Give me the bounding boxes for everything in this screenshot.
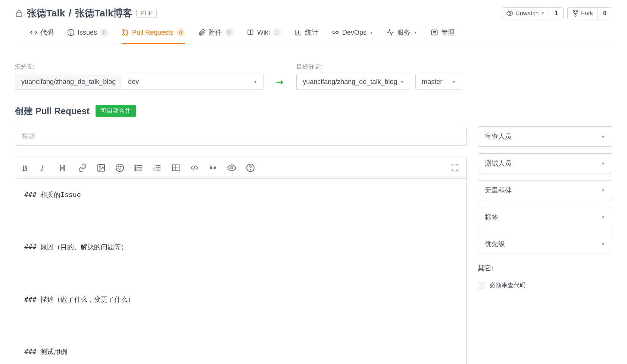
repo-owner[interactable]: 张德Talk <box>27 7 65 20</box>
attachment-icon <box>198 29 206 36</box>
reviewers-select[interactable]: 审查人员 ▼ <box>478 126 612 147</box>
eye-icon <box>506 10 513 17</box>
svg-point-18 <box>118 166 119 167</box>
merge-status-badge: 可自动合并 <box>96 105 136 117</box>
caret-down-icon: ▼ <box>601 215 605 219</box>
lock-icon <box>15 9 23 18</box>
repo-title: 张德Talk / 张德Talk博客 PHP <box>15 7 157 20</box>
tab-stats[interactable]: 统计 <box>294 28 318 44</box>
codeblock-icon[interactable] <box>190 163 199 172</box>
arrow-right-icon <box>275 77 285 88</box>
fork-icon <box>572 10 579 17</box>
ul-list-icon[interactable] <box>134 163 143 172</box>
svg-point-36 <box>231 167 233 169</box>
unwatch-button[interactable]: Unwatch ▼ 1 <box>502 7 564 19</box>
svg-line-35 <box>194 165 195 170</box>
caret-down-icon: ▼ <box>601 161 605 166</box>
svg-point-19 <box>121 166 121 167</box>
tab-pull-requests[interactable]: Pull Requests 0 <box>122 28 185 44</box>
source-branch-col: 源分支: yuancifang/zhang_de_talk_blog dev ▼ <box>15 63 263 90</box>
pulse-icon <box>387 29 394 36</box>
emoji-icon[interactable] <box>115 163 124 172</box>
settings-icon <box>431 29 438 36</box>
pr-title-input[interactable] <box>15 127 467 146</box>
testers-select[interactable]: 测试人员 ▼ <box>478 153 612 173</box>
chart-icon <box>294 29 302 36</box>
bold-icon[interactable]: B <box>22 163 31 172</box>
svg-point-8 <box>123 29 124 31</box>
svg-point-3 <box>577 10 578 12</box>
caret-down-icon: ▼ <box>414 31 417 35</box>
infinity-icon <box>332 29 339 36</box>
svg-point-10 <box>127 34 128 35</box>
description-textarea[interactable]: ### 相关的Issue ### 原因（目的、解决的问题等） ### 描述（做了… <box>15 179 466 364</box>
target-branch-dropdown[interactable]: master ▼ <box>415 74 462 90</box>
svg-point-7 <box>71 34 71 34</box>
svg-point-25 <box>135 170 136 171</box>
target-repo-dropdown[interactable]: yuancifang/zhang_de_talk_blog ▼ <box>296 74 410 90</box>
milestone-select[interactable]: 无里程碑 ▼ <box>478 180 612 200</box>
svg-point-38 <box>250 169 251 170</box>
caret-down-icon: ▼ <box>541 11 545 15</box>
svg-rect-0 <box>16 13 22 16</box>
caret-down-icon: ▼ <box>452 80 456 84</box>
must-review-row[interactable]: 必须审查代码 <box>478 282 612 289</box>
image-icon[interactable] <box>97 163 106 172</box>
must-review-label: 必须审查代码 <box>490 282 525 289</box>
language-badge: PHP <box>136 9 157 18</box>
pr-icon <box>122 29 129 36</box>
caret-down-icon: ▼ <box>601 242 605 246</box>
target-branch-label: 目标分支: <box>296 63 462 71</box>
other-section-title: 其它: <box>478 264 612 273</box>
issue-icon <box>67 29 75 36</box>
preview-icon[interactable] <box>227 163 236 172</box>
table-icon[interactable] <box>171 163 180 172</box>
italic-icon[interactable]: I <box>41 163 50 172</box>
caret-down-icon: ▼ <box>369 31 373 35</box>
description-editor: B I H 123 ### 相关的Issue ### 原因（ <box>15 157 467 364</box>
svg-point-17 <box>116 164 124 172</box>
fork-count[interactable]: 0 <box>598 8 612 19</box>
quote-icon[interactable] <box>209 163 218 172</box>
tab-issues[interactable]: Issues 0 <box>67 28 108 44</box>
source-repo-name: yuancifang/zhang_de_talk_blog <box>15 74 122 90</box>
must-review-checkbox[interactable] <box>478 282 485 289</box>
watch-count[interactable]: 1 <box>549 8 563 19</box>
target-branch-col: 目标分支: yuancifang/zhang_de_talk_blog ▼ ma… <box>296 63 462 90</box>
tab-wiki[interactable]: Wiki 0 <box>247 28 281 44</box>
svg-point-16 <box>99 166 100 167</box>
tab-code[interactable]: 代码 <box>30 28 54 44</box>
source-branch-label: 源分支: <box>15 63 263 71</box>
svg-point-2 <box>573 10 575 12</box>
tab-manage[interactable]: 管理 <box>431 28 455 44</box>
svg-point-1 <box>509 12 511 14</box>
priority-select[interactable]: 优先级 ▼ <box>478 234 612 254</box>
link-icon[interactable] <box>78 163 87 172</box>
repo-name[interactable]: 张德Talk博客 <box>75 7 132 20</box>
branch-selector-area: 源分支: yuancifang/zhang_de_talk_blog dev ▼… <box>0 44 627 101</box>
labels-select[interactable]: 标签 ▼ <box>478 207 612 227</box>
caret-down-icon: ▼ <box>400 80 404 84</box>
fork-button[interactable]: Fork 0 <box>567 7 612 19</box>
heading-icon[interactable]: H <box>59 163 68 172</box>
caret-down-icon: ▼ <box>601 135 605 139</box>
pr-sidebar: 审查人员 ▼ 测试人员 ▼ 无里程碑 ▼ 标签 ▼ 优先级 ▼ 其它: <box>478 126 612 364</box>
svg-text:3: 3 <box>153 169 155 171</box>
pr-main-form: 创建 Pull Request 可自动合并 B I H 123 <box>15 105 467 364</box>
fullscreen-icon[interactable] <box>450 163 459 172</box>
repo-actions: Unwatch ▼ 1 Fork 0 <box>502 7 612 19</box>
source-branch-dropdown[interactable]: dev ▼ <box>122 74 263 90</box>
editor-toolbar: B I H 123 <box>15 157 466 179</box>
caret-down-icon: ▼ <box>601 188 605 192</box>
help-icon[interactable] <box>246 163 255 172</box>
tab-services[interactable]: 服务 ▼ <box>387 28 417 44</box>
ol-list-icon[interactable]: 123 <box>153 163 162 172</box>
tab-attachments[interactable]: 附件 0 <box>198 28 233 44</box>
create-pr-heading: 创建 Pull Request <box>15 105 90 117</box>
svg-point-4 <box>575 15 576 16</box>
repo-tabs: 代码 Issues 0 Pull Requests 0 附件 0 Wiki 0 <box>15 20 612 44</box>
svg-point-23 <box>135 165 136 166</box>
svg-point-24 <box>135 167 136 169</box>
tab-devops[interactable]: DevOps ▼ <box>332 28 373 44</box>
repo-header: 张德Talk / 张德Talk博客 PHP Unwatch ▼ 1 <box>0 0 627 44</box>
